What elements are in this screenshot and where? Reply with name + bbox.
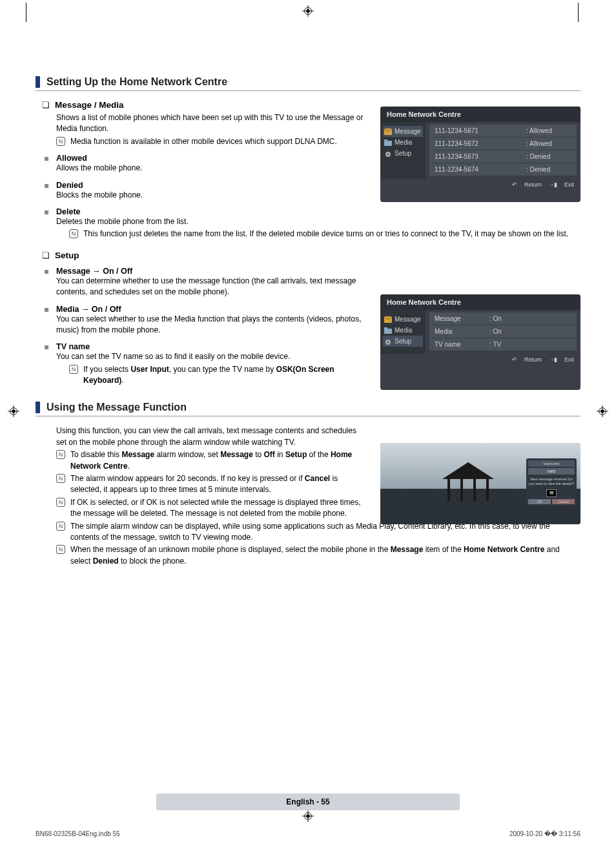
item-message-onoff: Message → On / Off [45, 267, 580, 276]
heading-text: Using the Message Function [46, 402, 187, 413]
heading-accent-bar [36, 76, 40, 88]
osd-sidebar: Message Media Setup [380, 122, 426, 179]
note-20sec: N The alarm window appears for 20 second… [56, 473, 367, 496]
alarm-cancel-button[interactable]: Cancel [552, 499, 575, 504]
alarm-popup-message: New message received Do you want to view… [528, 476, 575, 487]
alarm-popup-type: SMS [528, 468, 575, 475]
body-media-onoff: You can select whether to use the Media … [56, 314, 367, 336]
gear-icon [384, 150, 392, 157]
note-ok-delete: N If OK is selected, or if OK is not sel… [56, 497, 367, 520]
body-message-onoff: You can determine whether to use the mes… [56, 276, 367, 298]
osd-side-message[interactable]: Message [383, 314, 423, 325]
osd-side-message[interactable]: Message [383, 126, 423, 137]
note-icon: N [56, 498, 65, 507]
registration-mark-icon [302, 5, 314, 17]
osd-phone-row[interactable]: 111-1234-5672: Allowed [429, 138, 577, 150]
bullet-icon [45, 210, 48, 214]
note-delete: N This function just deletes the name fr… [69, 229, 580, 240]
note-icon: N [56, 450, 65, 459]
bullet-icon [45, 157, 48, 161]
doc-timestamp: 2009-10-20 �� 3:11:56 [509, 830, 580, 837]
square-bullet-icon: ❏ [42, 100, 50, 110]
heading-text: Setting Up the Home Network Centre [46, 76, 227, 88]
registration-mark-icon [302, 810, 314, 822]
osd-main-list: 111-1234-5671: Allowed 111-1234-5672: Al… [426, 122, 580, 179]
item-delete: Delete [45, 207, 580, 216]
registration-mark-icon [597, 405, 608, 417]
osd-home-network-phones: Home Network Centre Message Media Setup … [380, 107, 580, 202]
envelope-icon [384, 316, 392, 323]
svg-rect-14 [384, 139, 387, 141]
osd-main-settings: Message: On Media: On TV name: TV [426, 310, 580, 354]
heading-setting-up: Setting Up the Home Network Centre [36, 76, 580, 91]
subhead-setup: ❏ Setup [42, 251, 580, 260]
osd-phone-row[interactable]: 111-1234-5674: Denied [429, 163, 577, 176]
svg-rect-19 [384, 327, 387, 329]
note-icon: N [69, 229, 78, 238]
osd-title: Home Network Centre [380, 107, 580, 122]
osd-setting-row[interactable]: Message: On [429, 312, 577, 325]
exit-label: →▮ Exit [548, 356, 574, 363]
alarm-illustration: keyboard SMS New message received Do you… [380, 443, 580, 524]
osd-title: Home Network Centre [380, 294, 580, 310]
osd-side-media[interactable]: Media [383, 137, 423, 148]
osd-side-setup[interactable]: Setup [383, 336, 423, 347]
note-icon: N [56, 137, 65, 146]
svg-point-21 [387, 341, 389, 343]
return-label: ↶ Return [512, 181, 542, 188]
osd-footer: ↶ Return →▮ Exit [380, 179, 580, 190]
heading-accent-bar [36, 402, 40, 413]
osd-sidebar: Message Media Setup [380, 310, 426, 354]
bullet-icon [45, 345, 48, 349]
doc-filename: BN68-02325B-04Eng.indb 55 [36, 830, 120, 837]
body-using-intro: Using this function, you can view the ca… [56, 425, 367, 448]
note-icon: N [56, 522, 65, 531]
exit-label: →▮ Exit [548, 181, 574, 188]
square-bullet-icon: ❏ [42, 251, 50, 260]
note-icon: N [56, 474, 65, 483]
gear-icon [384, 338, 392, 345]
note-unknown-phone: N When the message of an unknown mobile … [56, 544, 580, 567]
body-message-media: Shows a list of mobile phones which have… [56, 112, 367, 135]
envelope-icon [384, 128, 392, 135]
page-number-pill: English - 55 [156, 793, 460, 810]
bullet-icon [45, 184, 48, 188]
return-label: ↶ Return [512, 356, 542, 363]
media-folder-icon [384, 327, 392, 334]
osd-side-setup[interactable]: Setup [383, 148, 423, 159]
osd-phone-row[interactable]: 111-1234-5673: Denied [429, 150, 577, 163]
body-tvname: You can set the TV name so as to find it… [56, 351, 367, 362]
media-folder-icon [384, 139, 392, 146]
page-metadata: BN68-02325B-04Eng.indb 55 2009-10-20 �� … [36, 830, 580, 837]
osd-side-media[interactable]: Media [383, 325, 423, 336]
osd-phone-row[interactable]: 111-1234-5671: Allowed [429, 125, 577, 137]
registration-mark-icon [8, 405, 19, 417]
osd-setting-row[interactable]: TV name: TV [429, 338, 577, 351]
svg-rect-18 [384, 329, 392, 334]
osd-home-network-setup: Home Network Centre Message Media Setup … [380, 294, 580, 390]
svg-rect-13 [384, 141, 392, 146]
osd-setting-row[interactable]: Media: On [429, 325, 577, 338]
svg-point-16 [387, 153, 389, 155]
note-disable-alarm: N To disable this Message alarm window, … [56, 449, 367, 472]
bullet-icon [45, 270, 48, 274]
beach-hut-icon [442, 462, 494, 502]
osd-footer: ↶ Return →▮ Exit [380, 354, 580, 365]
note-dlna: N Media function is available in other m… [56, 136, 367, 147]
alarm-popup: keyboard SMS New message received Do you… [526, 458, 577, 506]
note-icon: N [69, 365, 78, 374]
envelope-icon: ✉ [546, 489, 557, 497]
heading-using-message: Using the Message Function [36, 402, 580, 416]
body-delete: Deletes the mobile phone from the list. [56, 216, 580, 227]
alarm-ok-button[interactable]: OK [528, 499, 551, 504]
alarm-popup-header: keyboard [528, 460, 575, 467]
note-tvname: N If you selects User Input, you can typ… [69, 364, 367, 387]
note-icon: N [56, 545, 65, 554]
bullet-icon [45, 308, 48, 312]
